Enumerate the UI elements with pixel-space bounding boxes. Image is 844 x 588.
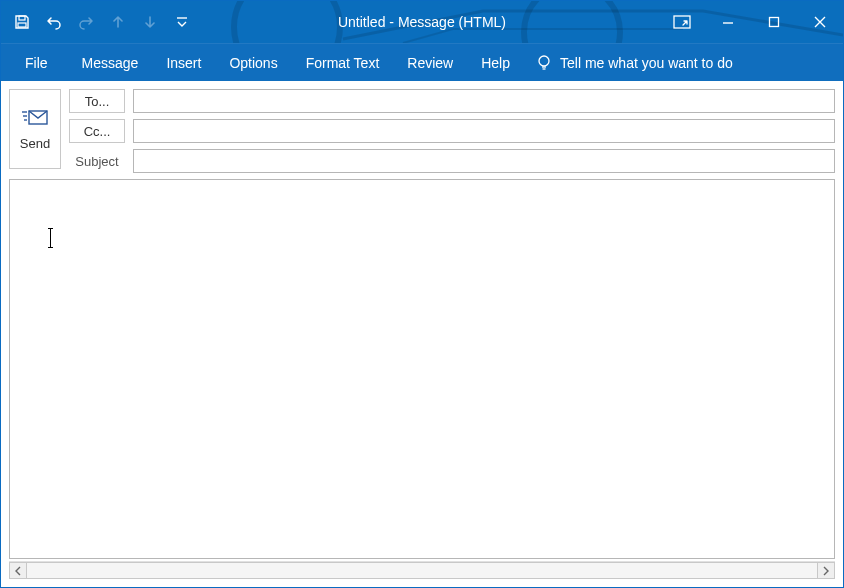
- send-button[interactable]: Send: [9, 89, 61, 169]
- undo-icon[interactable]: [39, 7, 69, 37]
- quick-access-toolbar: [1, 7, 197, 37]
- tab-message[interactable]: Message: [68, 44, 153, 81]
- body-wrap: [1, 179, 843, 587]
- svg-rect-1: [18, 23, 26, 27]
- fields-column: To... Cc... Subject: [69, 89, 835, 173]
- svg-point-6: [539, 56, 549, 66]
- minimize-button[interactable]: [705, 1, 751, 43]
- tell-me-label: Tell me what you want to do: [560, 55, 733, 71]
- send-icon: [21, 108, 49, 128]
- subject-input[interactable]: [133, 149, 835, 173]
- redo-icon: [71, 7, 101, 37]
- scroll-track[interactable]: [27, 562, 817, 579]
- tell-me-search[interactable]: Tell me what you want to do: [524, 44, 745, 81]
- previous-item-icon: [103, 7, 133, 37]
- compose-window: Untitled - Message (HTML) File Message I…: [0, 0, 844, 588]
- save-icon[interactable]: [7, 7, 37, 37]
- tab-insert[interactable]: Insert: [152, 44, 215, 81]
- scroll-right-icon[interactable]: [817, 562, 835, 579]
- scroll-left-icon[interactable]: [9, 562, 27, 579]
- tab-help[interactable]: Help: [467, 44, 524, 81]
- lightbulb-icon: [536, 54, 552, 72]
- ribbon-display-options-icon[interactable]: [659, 1, 705, 43]
- maximize-button[interactable]: [751, 1, 797, 43]
- ribbon-tabs: File Message Insert Options Format Text …: [1, 43, 843, 81]
- send-label: Send: [20, 136, 50, 151]
- customize-qat-icon[interactable]: [167, 7, 197, 37]
- titlebar: Untitled - Message (HTML): [1, 1, 843, 43]
- tab-options[interactable]: Options: [215, 44, 291, 81]
- subject-label: Subject: [69, 150, 125, 172]
- cc-button[interactable]: Cc...: [69, 119, 125, 143]
- compose-header: Send To... Cc... Subject: [1, 81, 843, 179]
- svg-rect-5: [770, 18, 779, 27]
- text-cursor-icon: [50, 228, 51, 248]
- send-column: Send: [9, 89, 61, 173]
- message-body-editor[interactable]: [9, 179, 835, 559]
- to-button[interactable]: To...: [69, 89, 125, 113]
- tab-review[interactable]: Review: [393, 44, 467, 81]
- to-row: To...: [69, 89, 835, 113]
- subject-row: Subject: [69, 149, 835, 173]
- window-controls: [659, 1, 843, 43]
- horizontal-scrollbar[interactable]: [9, 561, 835, 579]
- to-input[interactable]: [133, 89, 835, 113]
- tab-file[interactable]: File: [5, 44, 68, 81]
- cc-input[interactable]: [133, 119, 835, 143]
- tab-format-text[interactable]: Format Text: [292, 44, 394, 81]
- cc-row: Cc...: [69, 119, 835, 143]
- close-button[interactable]: [797, 1, 843, 43]
- next-item-icon: [135, 7, 165, 37]
